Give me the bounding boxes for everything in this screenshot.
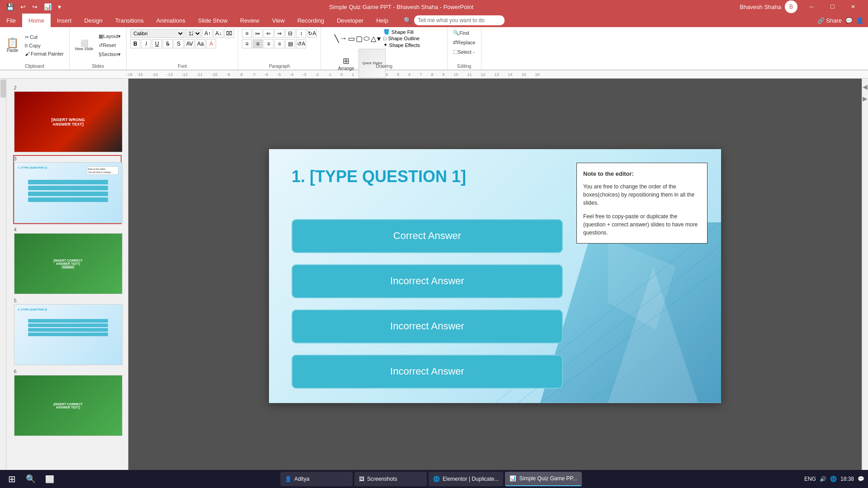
find-button[interactable]: 🔍 Find <box>451 29 471 37</box>
taskbar-network-icon[interactable]: 🌐 <box>830 476 837 482</box>
tab-help[interactable]: Help <box>370 14 395 27</box>
decrease-indent-button[interactable]: ⇐ <box>264 29 274 38</box>
customize-icon[interactable]: ▾ <box>56 2 63 11</box>
replace-button[interactable]: ⇄ Replace <box>451 38 477 46</box>
slide-thumb-5[interactable]: 5 2. [TYPE QUESTION 2] <box>13 297 122 366</box>
tab-developer[interactable]: Developer <box>330 14 370 27</box>
text-direction-button[interactable]: ↻A <box>307 29 317 38</box>
win-controls[interactable]: ─ ☐ ✕ <box>801 0 863 14</box>
paste-button[interactable]: 📋 Paste <box>4 36 21 55</box>
maximize-button[interactable]: ☐ <box>822 0 843 14</box>
format-painter-button[interactable]: 🖌 Format Painter <box>23 50 66 57</box>
avatar[interactable]: B <box>785 0 797 13</box>
align-text-button[interactable]: ▤ <box>285 39 295 48</box>
italic-button[interactable]: I <box>141 39 151 48</box>
clear-formatting-button[interactable]: ⌧ <box>224 29 234 38</box>
case-button[interactable]: Aa <box>195 39 205 48</box>
taskbar-volume-icon[interactable]: 🔊 <box>820 476 826 482</box>
layout-button[interactable]: ▦ Layout▾ <box>97 33 123 40</box>
increase-font-button[interactable]: A↑ <box>203 29 212 38</box>
collapse-right-icon[interactable]: ▶ <box>863 95 868 102</box>
increase-indent-button[interactable]: ⇒ <box>274 29 284 38</box>
print-preview-icon[interactable]: 📊 <box>42 2 53 11</box>
editing-controls: 🔍 Find ⇄ Replace ⬚ Select - <box>451 29 477 68</box>
section-button[interactable]: § Section▾ <box>97 51 123 58</box>
align-left-button[interactable]: ≡ <box>242 39 252 48</box>
numbering-button[interactable]: ≔ <box>253 29 263 38</box>
close-button[interactable]: ✕ <box>843 0 863 14</box>
left-scrollbar[interactable] <box>0 79 6 473</box>
select-button[interactable]: ⬚ Select - <box>451 48 476 56</box>
slide-thumb-4[interactable]: 4 [INSERT CORRECTANSWER TEXT]Correct <box>13 226 122 295</box>
taskbar-app-screenshots[interactable]: 🖼 Screenshots <box>354 472 427 486</box>
save-icon[interactable]: 💾 <box>5 2 16 11</box>
align-right-button[interactable]: ≡ <box>264 39 274 48</box>
copy-button[interactable]: ⎘ Copy <box>23 42 66 49</box>
user-menu[interactable]: 👤 <box>856 17 863 24</box>
bold-button[interactable]: B <box>130 39 140 48</box>
answer-btn-3[interactable]: Incorrect Answer <box>292 310 563 343</box>
shadow-button[interactable]: S <box>174 39 184 48</box>
char-spacing-button[interactable]: AV <box>184 39 194 48</box>
cut-button[interactable]: ✂ Cut <box>23 33 66 41</box>
line-spacing-button[interactable]: ↕ <box>296 29 306 38</box>
search-input[interactable] <box>414 15 505 25</box>
taskbar-app-powerpoint[interactable]: 📊 Simple Quiz Game PP... <box>505 472 582 486</box>
shape-fill-button[interactable]: 🪣 Shape Fill <box>383 29 420 35</box>
tab-home[interactable]: Home <box>22 14 51 27</box>
shape-effects-button[interactable]: ✦ Shape Effects <box>383 42 420 48</box>
columns-button[interactable]: ⊟ <box>285 29 295 38</box>
slide-thumb-6[interactable]: 6 [INSERT CORRECTANSWER TEXT] <box>13 368 122 437</box>
font-size-select[interactable]: 12 <box>185 29 202 38</box>
shape-outline-button[interactable]: □ Shape Outline <box>383 36 420 41</box>
tab-recording[interactable]: Recording <box>291 14 330 27</box>
underline-button[interactable]: U <box>152 39 162 48</box>
slide-thumb-2[interactable]: 2 [INSERT WRONGANSWER TEXT] <box>13 84 122 153</box>
start-menu-button[interactable]: ⊞ <box>4 471 20 487</box>
expand-right-icon[interactable]: ◀ <box>863 83 868 90</box>
smartart-button[interactable]: ↺A <box>296 39 306 48</box>
justify-button[interactable]: ≡ <box>274 39 284 48</box>
answer-btn-4[interactable]: Incorrect Answer <box>292 355 563 389</box>
tab-slideshow[interactable]: Slide Show <box>192 14 234 27</box>
arrow-shape[interactable]: → <box>340 34 347 42</box>
oval-shape[interactable]: ⬭ <box>363 34 370 42</box>
taskview-button[interactable]: ⬜ <box>42 471 58 487</box>
share-button[interactable]: 🔗 Share <box>817 17 842 24</box>
font-family-select[interactable]: Calibri <box>130 29 184 38</box>
tab-design[interactable]: Design <box>78 14 108 27</box>
align-center-button[interactable]: ≡ <box>253 39 263 48</box>
notification-icon[interactable]: 💬 <box>858 476 864 482</box>
tab-review[interactable]: Review <box>234 14 266 27</box>
font-color-button[interactable]: A <box>206 39 216 48</box>
strikethrough-button[interactable]: S̶ <box>163 39 173 48</box>
tab-animations[interactable]: Animations <box>150 14 192 27</box>
titlebar-left-icons[interactable]: 💾 ↩ ↪ 📊 ▾ <box>5 2 63 11</box>
decrease-font-button[interactable]: A↓ <box>213 29 223 38</box>
undo-icon[interactable]: ↩ <box>19 2 28 11</box>
taskbar-app-aditya[interactable]: 👤 Aditya <box>280 472 353 486</box>
slide-question[interactable]: 1. [TYPE QUESTION 1] <box>292 167 466 186</box>
bullets-button[interactable]: ≡ <box>242 29 252 38</box>
taskbar-clock[interactable]: 18:38 <box>840 476 854 482</box>
tab-view[interactable]: View <box>266 14 291 27</box>
tab-insert[interactable]: Insert <box>51 14 78 27</box>
tab-transitions[interactable]: Transitions <box>109 14 150 27</box>
taskbar-app-elementor[interactable]: 🌐 Elementor | Duplicate... <box>429 472 504 486</box>
triangle-shape[interactable]: △ <box>371 34 376 43</box>
answer-btn-2[interactable]: Incorrect Answer <box>292 264 563 298</box>
shapes-more[interactable]: ▾ <box>377 34 381 43</box>
answer-btn-1[interactable]: Correct Answer <box>292 219 563 253</box>
tab-file[interactable]: File <box>0 14 22 27</box>
reset-button[interactable]: ↺ Reset <box>97 42 123 49</box>
minimize-button[interactable]: ─ <box>801 0 822 14</box>
rect-shape[interactable]: ▭ <box>348 34 355 43</box>
slide-thumb-3[interactable]: 3 1. [TYPE QUESTION 1] Note to the edito… <box>13 155 122 224</box>
rounded-rect-shape[interactable]: ▢ <box>356 34 363 43</box>
slide-num-3: 3 <box>14 156 121 161</box>
redo-icon[interactable]: ↪ <box>30 2 39 11</box>
taskbar-search-button[interactable]: 🔍 <box>23 471 39 487</box>
line-shape[interactable]: ╲ <box>335 34 339 43</box>
new-slide-button[interactable]: ⬜ New Slide <box>73 38 95 52</box>
comments-button[interactable]: 💬 <box>845 17 853 24</box>
